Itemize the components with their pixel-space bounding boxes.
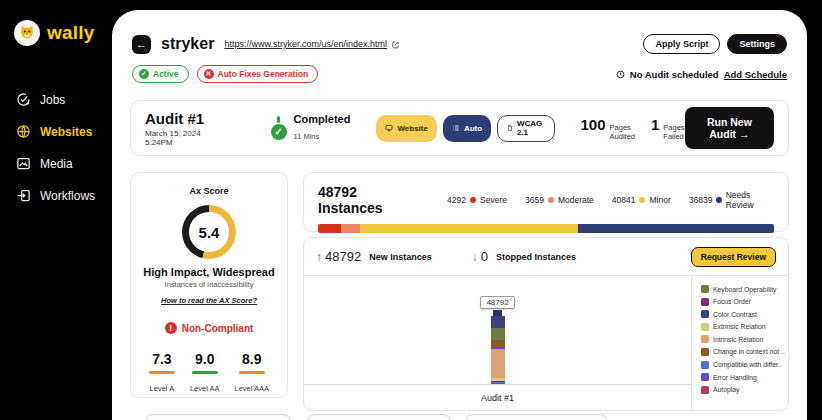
apply-script-button[interactable]: Apply Script <box>643 34 720 54</box>
pages-audited-stat: 100 Pages Audited <box>581 116 635 141</box>
active-status-label: Active <box>153 69 179 79</box>
completed-check-icon: ✓ <box>271 116 287 140</box>
legend-item: Error Handling <box>701 373 788 381</box>
needs-review-count: 36839Needs Review <box>689 190 774 210</box>
sidebar-nav: Jobs Websites Media Workflows <box>0 88 112 207</box>
chart-legend: Keyboard Operability Focus Order Color C… <box>691 276 788 410</box>
request-review-button[interactable]: Request Review <box>691 247 776 267</box>
sidebar-item-media[interactable]: Media <box>0 152 112 175</box>
bar-segment <box>491 328 505 340</box>
legend-swatch-icon <box>701 298 709 306</box>
site-url-link[interactable]: https://www.stryker.com/us/en/index.html <box>224 39 387 49</box>
compliance-label: Non-Compliant <box>182 323 254 334</box>
minor-count: 40841Minor <box>612 190 671 210</box>
severity-bar-segment <box>360 224 578 233</box>
autofix-status-label: Auto Fixes Generation <box>218 69 309 79</box>
auto-tag: Auto <box>443 115 491 142</box>
site-header: ← stryker https://www.stryker.com/us/en/… <box>132 34 787 54</box>
audit-summary-card: Audit #1 March 15, 2024 5:24PM ✓ Complet… <box>130 100 789 156</box>
bar-segment <box>491 349 505 378</box>
needs-review-dot-icon <box>716 197 721 203</box>
cross-icon: ✕ <box>204 69 214 79</box>
bar-tooltip: 48792 <box>480 296 514 309</box>
status-row: ✓ Active ✕ Auto Fixes Generation No Audi… <box>132 65 787 83</box>
severity-bar-segment <box>578 224 774 233</box>
legend-item: Change in context not .. <box>701 348 788 356</box>
add-schedule-link[interactable]: Add Schedule <box>724 69 787 80</box>
severe-count: 4292Severe <box>447 190 507 210</box>
audit-duration: 11 Mins <box>294 132 320 141</box>
severe-dot-icon <box>470 197 476 203</box>
sidebar-item-label: Media <box>40 157 73 171</box>
wcag-tag: WCAG 2.1 <box>497 115 554 142</box>
trend-header-row: ↑ 48792 New Instances ↓ 0 Stopped Instan… <box>304 238 788 276</box>
document-icon <box>507 124 513 132</box>
level-aa-score: 9.0 Level AA <box>190 350 220 395</box>
check-circle-icon <box>16 92 31 107</box>
impact-subtitle: Instances of Inaccessibility <box>131 280 287 289</box>
card-stub <box>307 414 451 420</box>
moderate-dot-icon <box>548 197 554 203</box>
ax-score-title: Ax Score <box>131 186 287 196</box>
arrow-down-icon: ↓ <box>472 250 478 264</box>
stopped-instances-count: 0 <box>481 249 488 264</box>
new-instances-count: 48792 <box>325 249 361 264</box>
instances-total: 48792 Instances <box>318 184 423 216</box>
stacked-bar[interactable] <box>491 316 505 384</box>
legend-item: Compatible with differ.. <box>701 361 788 369</box>
run-new-audit-button[interactable]: Run New Audit → <box>685 107 774 149</box>
exclamation-icon: ! <box>165 322 177 334</box>
sidebar-item-label: Websites <box>40 125 92 139</box>
ax-score-help-link[interactable]: How to read the AX Score? <box>161 296 257 305</box>
check-icon: ✓ <box>139 69 149 79</box>
active-status-badge: ✓ Active <box>132 65 189 83</box>
audit-tags: Website Auto WCAG 2.1 <box>376 115 554 142</box>
moderate-count: 3659Moderate <box>525 190 594 210</box>
sidebar-item-label: Workflows <box>40 189 95 203</box>
audit-status-text: Completed 11 Mins <box>294 113 351 143</box>
legend-item: Extrinsic Relation <box>701 323 788 331</box>
audit-title: Audit #1 <box>145 110 205 127</box>
settings-button[interactable]: Settings <box>727 34 787 54</box>
main-canvas: ← stryker https://www.stryker.com/us/en/… <box>112 10 807 420</box>
pages-failed-stat: 1 Pages Failed <box>651 116 685 141</box>
audit-date: March 15, 2024 5:24PM <box>145 129 205 147</box>
legend-item: Autoplay <box>701 386 788 394</box>
external-link-icon[interactable] <box>391 40 400 49</box>
arrow-up-icon: ↑ <box>316 250 322 264</box>
sidebar-item-label: Jobs <box>40 93 65 107</box>
legend-swatch-icon <box>701 285 709 293</box>
audit-status-block: ✓ Completed 11 Mins <box>271 113 351 143</box>
legend-swatch-icon <box>701 310 709 318</box>
chart-plot-area: 48792 <box>304 276 691 385</box>
list-icon <box>452 124 460 132</box>
app-logo[interactable]: wally <box>0 0 112 46</box>
card-stub <box>145 414 291 420</box>
audit-stats: 100 Pages Audited 1 Pages Failed <box>581 116 685 141</box>
instances-chart: 48792 Audit #1 <box>304 276 691 410</box>
back-button[interactable]: ← <box>132 35 151 54</box>
legend-item: Intrinsic Relation <box>701 335 788 343</box>
card-stub <box>465 414 608 420</box>
compliance-status: ! Non-Compliant <box>131 322 287 334</box>
ax-score-gauge: 5.4 <box>182 205 236 259</box>
bar-segment <box>491 340 505 347</box>
autofix-status-badge: ✕ Auto Fixes Generation <box>197 65 319 83</box>
sidebar-item-websites[interactable]: Websites <box>0 120 112 143</box>
instances-summary-panel: 48792 Instances 4292Severe 3659Moderate … <box>303 172 789 232</box>
legend-swatch-icon <box>701 323 709 331</box>
legend-swatch-icon <box>701 386 709 394</box>
bar-segment <box>491 316 505 328</box>
image-icon <box>16 156 31 171</box>
dog-logo-icon <box>14 20 40 46</box>
legend-item: Color Contrast <box>701 310 788 318</box>
sidebar-item-workflows[interactable]: Workflows <box>0 184 112 207</box>
site-name: stryker <box>161 35 214 53</box>
sidebar: wally Jobs Websites Media Workflows <box>0 0 112 420</box>
severity-stacked-bar <box>318 224 774 233</box>
severity-bar-segment <box>318 224 341 233</box>
monitor-icon <box>385 124 393 132</box>
sidebar-item-jobs[interactable]: Jobs <box>0 88 112 111</box>
globe-icon <box>16 124 31 139</box>
level-scores: 7.3 Level A 9.0 Level AA 8.9 Level AAA <box>131 350 287 395</box>
